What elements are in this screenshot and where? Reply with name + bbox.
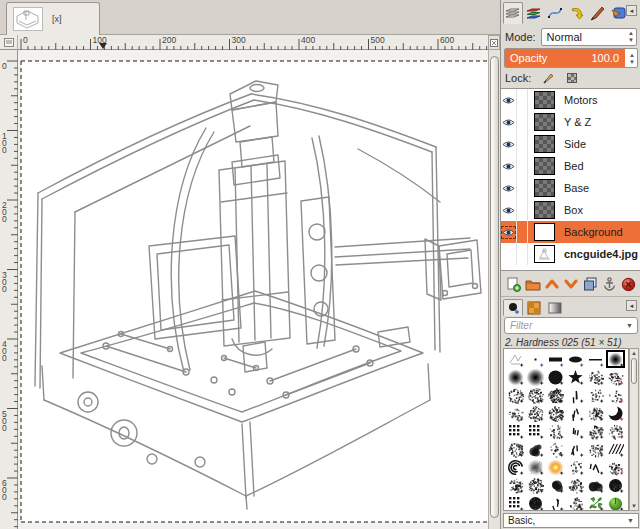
brush-swatch-line[interactable]: [586, 350, 605, 368]
layer-name[interactable]: Box: [564, 204, 583, 216]
raise-layer-button[interactable]: [543, 276, 560, 293]
brush-swatch-soft[interactable]: [606, 350, 625, 368]
layer-thumbnail[interactable]: [534, 113, 555, 131]
dock-layers-tab[interactable]: [503, 2, 523, 24]
layer-thumbnail[interactable]: [534, 157, 555, 175]
layer-link-cell[interactable]: [517, 89, 528, 111]
brush-swatch-spray[interactable]: [546, 440, 565, 458]
layer-visibility-toggle[interactable]: [501, 199, 517, 221]
brush-swatch-spray[interactable]: [606, 458, 625, 476]
layer-name[interactable]: Base: [564, 182, 589, 194]
layer-thumbnail[interactable]: [534, 91, 555, 109]
opacity-slider[interactable]: Opacity 100.0 ▲▼: [504, 48, 638, 68]
brush-swatch-spray[interactable]: [606, 422, 625, 440]
brush-swatch-spray[interactable]: [586, 386, 605, 404]
layer-row-box[interactable]: Box: [501, 199, 640, 221]
layer-row-base[interactable]: Base: [501, 177, 640, 199]
dock-paths-tab[interactable]: [545, 2, 565, 24]
brush-swatch-grid[interactable]: [506, 494, 525, 511]
brush-swatch-disc[interactable]: [546, 368, 565, 386]
layer-link-cell[interactable]: [517, 155, 528, 177]
brush-swatch-scr[interactable]: [546, 494, 565, 511]
brush-swatch-spray[interactable]: [586, 440, 605, 458]
layer-name[interactable]: Motors: [564, 94, 598, 106]
layer-link-cell[interactable]: [517, 111, 528, 133]
zoom-fit-toggle-button[interactable]: [488, 35, 500, 50]
lower-layer-button[interactable]: [562, 276, 579, 293]
lock-alpha-button[interactable]: [565, 72, 579, 85]
tag-dropdown-icon[interactable]: ▼: [627, 517, 638, 524]
layer-visibility-toggle[interactable]: [501, 89, 517, 111]
brush-tag-combobox[interactable]: Basic, ▼: [503, 513, 639, 528]
brush-swatch-dark[interactable]: [606, 476, 625, 494]
layer-visibility-toggle[interactable]: [501, 133, 517, 155]
brush-swatch-spray[interactable]: [566, 476, 585, 494]
brush-swatch-tex[interactable]: [526, 404, 545, 422]
brush-swatch-spray[interactable]: [606, 386, 625, 404]
brush-swatch-star[interactable]: [566, 368, 585, 386]
brush-swatch-bar[interactable]: [546, 350, 565, 368]
brush-swatch-spray[interactable]: [546, 422, 565, 440]
lock-pixels-button[interactable]: [541, 72, 555, 85]
layer-visibility-toggle[interactable]: [501, 243, 517, 265]
layer-link-cell[interactable]: [517, 199, 528, 221]
layer-thumbnail[interactable]: [534, 179, 555, 197]
brush-swatch-glow[interactable]: [546, 458, 565, 476]
mode-spinner[interactable]: ▲▼: [628, 30, 634, 44]
canvas-viewport[interactable]: [18, 50, 488, 529]
opacity-spinner[interactable]: ▲▼: [629, 52, 635, 66]
vertical-ruler[interactable]: 0100200300400500600: [0, 50, 18, 529]
layers-tab-menu-button[interactable]: ◂: [626, 5, 637, 16]
layer-row-cncguide4-jpg[interactable]: cncguide4.jpg: [501, 243, 640, 265]
layer-name[interactable]: Bed: [564, 160, 584, 172]
brush-swatch-green[interactable]: [586, 494, 605, 511]
scrollbar-thumb[interactable]: [490, 56, 499, 518]
duplicate-layer-button[interactable]: [582, 276, 599, 293]
scrollbar-thumb[interactable]: [631, 358, 637, 384]
brush-swatch-swirl[interactable]: [506, 458, 525, 476]
horizontal-ruler[interactable]: 0100200300400500600: [18, 35, 488, 50]
brushes-tab-menu-button[interactable]: ◂: [626, 300, 637, 311]
dock-channels-tab[interactable]: [524, 2, 544, 24]
dock-pointer-tab[interactable]: [608, 2, 628, 24]
brush-swatch-hatch[interactable]: [606, 440, 625, 458]
layer-row-bed[interactable]: Bed: [501, 155, 640, 177]
brush-swatch-scr[interactable]: [566, 386, 585, 404]
layer-row-side[interactable]: Side: [501, 133, 640, 155]
brush-swatch-spray[interactable]: [606, 368, 625, 386]
layer-thumbnail[interactable]: [534, 135, 555, 153]
brush-swatch-spray[interactable]: [506, 476, 525, 494]
dock-paintbrush-tab[interactable]: [587, 2, 607, 24]
brush-swatch-spray[interactable]: [586, 422, 605, 440]
brush-swatch-tex[interactable]: [546, 404, 565, 422]
brush-swatch-grid[interactable]: [506, 422, 525, 440]
brush-swatch-tex[interactable]: [506, 440, 525, 458]
brush-swatch-scr[interactable]: [566, 404, 585, 422]
dock-undo-history-tab[interactable]: [566, 2, 586, 24]
brush-swatch-spray[interactable]: [566, 494, 585, 511]
layer-name[interactable]: Y & Z: [564, 116, 591, 128]
brush-swatch-px[interactable]: [526, 350, 545, 368]
brush-swatch-blob[interactable]: [526, 440, 545, 458]
new-layer-button[interactable]: [505, 276, 522, 293]
brush-swatch-blob[interactable]: [586, 476, 605, 494]
brush-swatch-spray[interactable]: [506, 404, 525, 422]
brush-swatch-soft[interactable]: [506, 368, 525, 386]
brush-swatch-pepper[interactable]: [606, 494, 625, 511]
layer-link-cell[interactable]: [517, 243, 528, 265]
delete-layer-button[interactable]: [620, 276, 637, 293]
canvas-vertical-scrollbar[interactable]: [488, 50, 500, 529]
filter-dropdown-icon[interactable]: ▼: [626, 322, 637, 329]
brush-swatch-ell[interactable]: [566, 350, 585, 368]
layer-name[interactable]: cncguide4.jpg: [564, 248, 638, 260]
dock-gradients-tab[interactable]: [545, 299, 565, 316]
brush-swatch-blob[interactable]: [546, 476, 565, 494]
layer-link-cell[interactable]: [517, 133, 528, 155]
layer-link-cell[interactable]: [517, 177, 528, 199]
layer-thumbnail[interactable]: [534, 223, 555, 241]
anchor-layer-button[interactable]: [601, 276, 618, 293]
brush-grid-scrollbar[interactable]: ▲▼: [629, 348, 639, 511]
new-group-button[interactable]: [524, 276, 541, 293]
brush-swatch-scr[interactable]: [586, 458, 605, 476]
layer-row-background[interactable]: Background: [501, 221, 640, 243]
